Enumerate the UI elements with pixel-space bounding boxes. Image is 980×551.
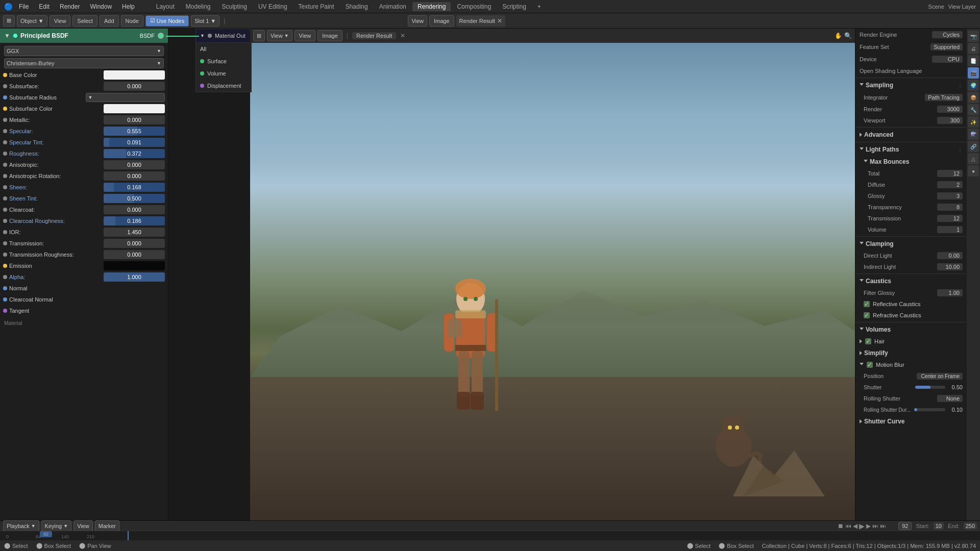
sampling-options-icon[interactable]: ⋮ — [958, 83, 963, 88]
end-frame[interactable]: 250 — [964, 522, 977, 530]
sheen-tint-field[interactable]: 0.500 — [104, 194, 165, 203]
material-icon[interactable]: ● — [968, 165, 979, 177]
viewport-view-btn[interactable]: View ▼ — [267, 30, 292, 41]
marker-dropdown[interactable]: Marker — [95, 520, 119, 532]
zoom-icon[interactable]: 🔍 — [844, 32, 852, 39]
view-layer-icon[interactable]: 📑 — [968, 55, 979, 66]
object-data-icon[interactable]: △ — [968, 153, 979, 164]
editor-type-dropdown[interactable]: ⊞ — [3, 15, 15, 27]
transmission-rp-value[interactable]: 12 — [937, 215, 963, 222]
tab-rendering[interactable]: Rendering — [412, 2, 451, 11]
menu-help[interactable]: Help — [118, 2, 139, 11]
roughness-field[interactable]: 0.372 — [104, 149, 165, 158]
viewport-samples-value[interactable]: 300 — [937, 117, 963, 124]
filter-glossy-value[interactable]: 1.00 — [937, 289, 963, 296]
mat-out-displacement[interactable]: Displacement — [196, 80, 251, 92]
tab-compositing[interactable]: Compositing — [452, 2, 496, 11]
motion-blur-checkbox[interactable]: ✓ — [867, 362, 873, 368]
volumes-section[interactable]: Volumes — [855, 323, 967, 336]
view2-btn[interactable]: View — [408, 15, 427, 27]
distribution-dropdown[interactable]: GGX ▼ — [4, 46, 164, 56]
transmission-field[interactable]: 0.000 — [104, 239, 165, 248]
light-paths-options-icon[interactable]: ⋮ — [958, 147, 963, 153]
close-render-icon[interactable]: ✕ — [400, 32, 405, 39]
simplify-section[interactable]: Simplify — [855, 347, 967, 359]
total-value[interactable]: 12 — [937, 170, 963, 177]
alpha-field[interactable]: 1.000 — [104, 272, 165, 282]
tab-add[interactable]: + — [532, 2, 546, 11]
refractive-caustics-checkbox[interactable]: ✓ — [864, 312, 870, 318]
material-out-collapse[interactable]: ▼ — [200, 33, 205, 38]
modifier-icon[interactable]: 🔧 — [968, 104, 979, 115]
menu-window[interactable]: Window — [86, 2, 116, 11]
base-color-swatch[interactable] — [104, 70, 165, 80]
bsdf-collapse-icon[interactable]: ▼ — [4, 32, 10, 39]
tab-modeling[interactable]: Modeling — [181, 2, 216, 11]
mat-out-all[interactable]: All — [196, 43, 251, 55]
anisotropic-rotation-field[interactable]: 0.000 — [104, 171, 165, 181]
hand-icon[interactable]: ✋ — [835, 32, 842, 39]
prev-keyframe-icon[interactable]: ⏮ — [845, 522, 851, 530]
sampling-section[interactable]: Sampling ⋮ — [855, 79, 967, 91]
anisotropic-field[interactable]: 0.000 — [104, 160, 165, 169]
view-label-btn[interactable]: View — [295, 30, 316, 41]
menu-file[interactable]: File — [15, 2, 33, 11]
volume-bounces-value[interactable]: 1 — [937, 226, 963, 233]
device-value[interactable]: CPU — [932, 56, 963, 63]
physics-icon[interactable]: ⚗️ — [968, 129, 979, 140]
stop-icon[interactable]: ⏹ — [838, 522, 844, 530]
transparency-value[interactable]: 8 — [937, 204, 963, 211]
clamping-section[interactable]: Clamping — [855, 238, 967, 250]
indirect-light-value[interactable]: 10.00 — [937, 263, 963, 270]
transmission-roughness-field[interactable]: 0.000 — [104, 250, 165, 259]
mat-out-volume[interactable]: Volume — [196, 67, 251, 80]
viewport-view-dropdown[interactable]: ⊞ — [253, 30, 265, 41]
rolling-shutter-value[interactable]: None — [937, 395, 963, 402]
particle-icon[interactable]: ✨ — [968, 116, 979, 128]
specular-tint-field[interactable]: 0.091 — [104, 138, 165, 147]
tab-sculpting[interactable]: Sculpting — [217, 2, 252, 11]
feature-set-value[interactable]: Supported — [930, 43, 963, 51]
sheen-field[interactable]: 0.168 — [104, 183, 165, 192]
tab-shading[interactable]: Shading — [340, 2, 373, 11]
last-frame-icon[interactable]: ⏭ — [880, 522, 886, 530]
menu-render[interactable]: Render — [56, 2, 84, 11]
use-nodes-btn[interactable]: ☑ Use Nodes — [145, 15, 189, 27]
render-engine-value[interactable]: Cycles — [932, 31, 963, 38]
emission-swatch[interactable] — [104, 261, 165, 270]
next-keyframe-icon[interactable]: ⏭ — [872, 522, 878, 530]
object-dropdown[interactable]: Object ▼ — [17, 15, 47, 27]
view-btn[interactable]: View — [50, 15, 71, 27]
next-frame-icon[interactable]: ▶ — [866, 522, 871, 530]
select-btn[interactable]: Select — [72, 15, 97, 27]
render-icon[interactable]: 📷 — [968, 31, 979, 42]
direct-light-value[interactable]: 0.00 — [937, 252, 963, 259]
diffuse-value[interactable]: 2 — [937, 181, 963, 188]
constraint-icon[interactable]: 🔗 — [968, 141, 979, 152]
start-frame[interactable]: 10 — [934, 522, 944, 530]
play-pause-icon[interactable]: ▶ — [859, 522, 865, 530]
reflective-caustics-checkbox[interactable]: ✓ — [864, 301, 870, 307]
glossy-value[interactable]: 3 — [937, 192, 963, 199]
prev-frame-icon[interactable]: ◀ — [853, 522, 857, 530]
advanced-section[interactable]: Advanced — [855, 129, 967, 141]
hair-checkbox[interactable]: ✓ — [865, 338, 871, 344]
rolling-shutter-dur-track[interactable] — [914, 408, 945, 411]
node-btn[interactable]: Node — [121, 15, 143, 27]
tab-layout[interactable]: Layout — [151, 2, 180, 11]
shutter-curve-section[interactable]: Shutter Curve — [855, 415, 967, 428]
subsurface-method-dropdown[interactable]: Christensen-Burley ▼ — [4, 58, 164, 68]
world-icon[interactable]: 🌍 — [968, 80, 979, 91]
playback-dropdown[interactable]: Playback ▼ — [3, 520, 39, 532]
render-result-x[interactable]: ✕ — [497, 17, 502, 24]
subsurface-radius-dropdown[interactable]: ▼ — [86, 93, 165, 102]
tab-uv-editing[interactable]: UV Editing — [253, 2, 292, 11]
metallic-field[interactable]: 0.000 — [104, 115, 165, 124]
position-value[interactable]: Center on Frame — [917, 373, 963, 380]
add-btn[interactable]: Add — [100, 15, 119, 27]
object-icon[interactable]: 📦 — [968, 92, 979, 103]
subsurface-field[interactable]: 0.000 — [104, 82, 165, 91]
tab-texture-paint[interactable]: Texture Paint — [293, 2, 339, 11]
clearcoat-roughness-field[interactable]: 0.186 — [104, 216, 165, 226]
image-btn2[interactable]: Image — [317, 30, 342, 41]
